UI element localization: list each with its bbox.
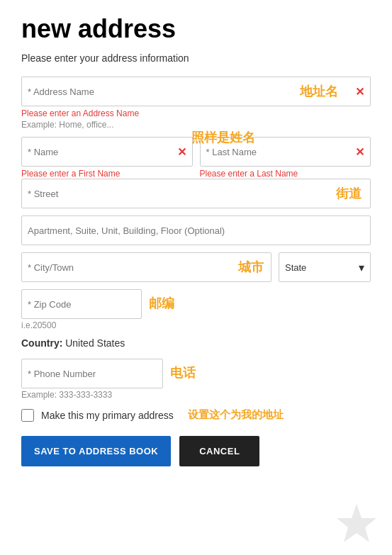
- svg-marker-0: [337, 504, 376, 542]
- state-select-wrapper: State ALAKAZCA COFLGANY TXWA ▾: [279, 252, 371, 282]
- phone-field-group: Example: 333-333-3333: [21, 359, 163, 400]
- apartment-field-group: [21, 215, 371, 245]
- phone-annotation: 电话: [170, 359, 196, 381]
- zip-hint: i.e.20500: [21, 320, 142, 330]
- first-name-field-group: ✕ Please enter a First Name: [21, 137, 193, 179]
- primary-address-label: Make this my primary address: [41, 410, 174, 421]
- city-input-wrapper: 城市: [21, 252, 271, 282]
- page-subtitle: Please enter your address information: [21, 52, 371, 64]
- buttons-row: SAVE TO ADDRESS BOOK CANCEL: [21, 436, 371, 466]
- street-field-group: 街道: [21, 179, 371, 208]
- apartment-input-wrapper: [21, 215, 371, 245]
- watermark: [335, 503, 378, 548]
- address-name-field-group: 地址名 ✕ Please enter an Address Name Examp…: [21, 77, 371, 130]
- address-name-error: Please enter an Address Name: [21, 108, 371, 118]
- zip-field-group: i.e.20500: [21, 289, 142, 330]
- city-input[interactable]: [28, 262, 265, 273]
- address-name-input[interactable]: [28, 86, 355, 97]
- phone-row: Example: 333-333-3333 电话: [21, 359, 371, 400]
- city-state-row: 城市 State ALAKAZCA COFLGANY TXWA ▾: [21, 252, 371, 282]
- first-name-error: Please enter a First Name: [21, 169, 193, 179]
- save-to-address-book-button[interactable]: SAVE TO ADDRESS BOOK: [21, 436, 171, 466]
- name-row: ✕ Please enter a First Name ✕ Please ent…: [21, 137, 371, 179]
- street-input[interactable]: [28, 189, 364, 199]
- last-name-error: Please enter a Last Name: [200, 169, 371, 179]
- last-name-input-wrapper: ✕: [200, 137, 371, 167]
- address-name-clear-icon[interactable]: ✕: [355, 85, 364, 99]
- city-field-group: 城市: [21, 252, 271, 282]
- phone-input[interactable]: [28, 369, 157, 379]
- country-row: Country: United States: [21, 337, 371, 349]
- page-title: new address: [21, 14, 371, 44]
- apartment-input[interactable]: [28, 225, 364, 236]
- zip-row: i.e.20500 邮编: [21, 289, 371, 330]
- last-name-clear-icon[interactable]: ✕: [355, 145, 364, 159]
- primary-address-annotation: 设置这个为我的地址: [188, 408, 284, 422]
- first-name-input[interactable]: [28, 147, 177, 157]
- phone-input-wrapper: [21, 359, 163, 388]
- state-chevron-icon: ▾: [359, 261, 364, 274]
- first-name-input-wrapper: ✕: [21, 137, 193, 167]
- last-name-field-group: ✕ Please enter a Last Name: [200, 137, 371, 179]
- cancel-button[interactable]: CANCEL: [179, 436, 259, 466]
- zip-annotation: 邮编: [149, 289, 174, 312]
- last-name-input[interactable]: [206, 147, 356, 157]
- zip-input-wrapper: [21, 289, 142, 319]
- zip-input[interactable]: [28, 299, 147, 310]
- address-name-hint: Example: Home, office...: [21, 120, 371, 130]
- state-field-group: State ALAKAZCA COFLGANY TXWA ▾: [279, 252, 371, 282]
- address-name-input-wrapper: 地址名 ✕: [21, 77, 371, 106]
- primary-address-row: Make this my primary address 设置这个为我的地址: [21, 408, 371, 422]
- primary-address-checkbox[interactable]: [21, 409, 34, 422]
- state-select[interactable]: State ALAKAZCA COFLGANY TXWA: [285, 262, 359, 273]
- first-name-clear-icon[interactable]: ✕: [177, 145, 186, 159]
- phone-hint: Example: 333-333-3333: [21, 390, 163, 400]
- street-input-wrapper: 街道: [21, 179, 371, 208]
- country-label: Country:: [21, 337, 62, 349]
- country-value: United States: [65, 337, 125, 349]
